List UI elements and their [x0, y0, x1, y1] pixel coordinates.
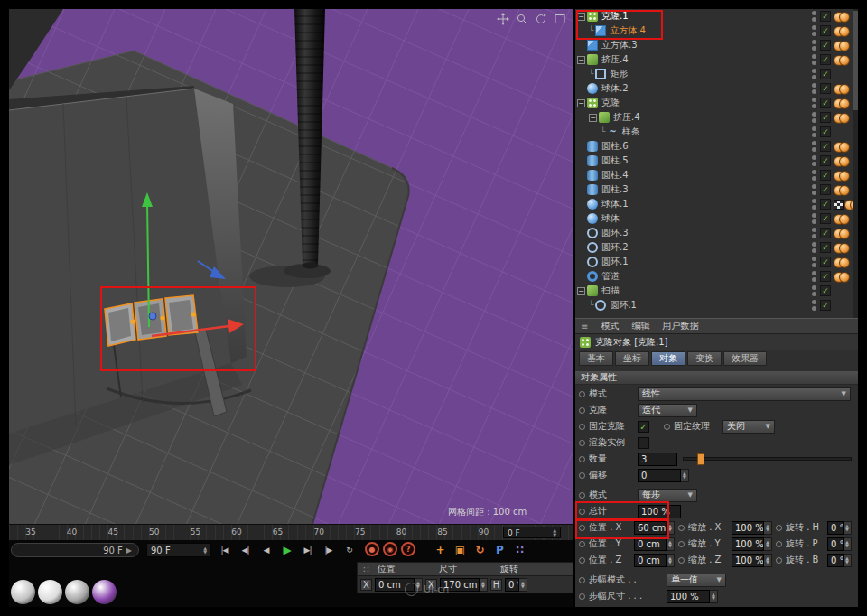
object-row[interactable]: 球体.2✓ [575, 81, 858, 96]
material-tag-icon[interactable] [834, 41, 848, 51]
anim-dot-icon[interactable] [579, 440, 585, 446]
stepper-icon[interactable]: ▲▼ [764, 554, 772, 567]
material-tag-icon[interactable] [834, 12, 848, 22]
stepper-icon[interactable]: ▲▼ [519, 578, 527, 592]
autokey-button[interactable]: ◉ [383, 542, 397, 556]
count-slider[interactable] [683, 457, 852, 461]
position-z-field[interactable]: 0 cm [634, 554, 667, 567]
menu-icon[interactable]: ≡ [581, 322, 588, 331]
scrollbar-thumb[interactable] [853, 11, 858, 110]
visibility-dots[interactable] [811, 155, 817, 166]
texture-tag-icon[interactable] [834, 200, 844, 210]
scale-y-field[interactable]: 100 % [732, 537, 764, 551]
rotation-h-field[interactable]: 0 ° [827, 521, 844, 535]
visibility-dots[interactable] [811, 184, 817, 195]
material-tag-icon[interactable] [834, 55, 848, 65]
material-tag-icon[interactable] [834, 113, 848, 123]
anim-dot-icon[interactable] [579, 525, 585, 531]
visibility-dots[interactable] [811, 25, 817, 36]
object-row[interactable]: └矩形✓ [575, 67, 858, 81]
object-row[interactable]: 圆柱.5✓ [575, 154, 858, 168]
step-mode-dropdown[interactable]: 单一值▼ [667, 574, 726, 587]
visibility-dots[interactable] [811, 213, 817, 224]
expander-icon[interactable]: − [577, 13, 585, 21]
clones-dropdown[interactable]: 迭代▼ [638, 404, 697, 417]
anim-dot-icon[interactable] [776, 557, 782, 564]
enable-check[interactable]: ✓ [820, 98, 831, 108]
timeline-ruler[interactable]: 0 F ▲▼ 354045505560657075808590 [9, 524, 573, 540]
stepper-icon[interactable]: ▲▼ [203, 546, 207, 555]
slider-handle-icon[interactable] [697, 453, 704, 465]
visibility-dots[interactable] [811, 300, 817, 311]
expander-icon[interactable]: − [577, 56, 585, 64]
stepper-icon[interactable]: ▲▼ [667, 554, 675, 567]
enable-check[interactable]: ✓ [820, 83, 831, 94]
mode-dropdown[interactable]: 线性▼ [638, 387, 851, 401]
material-tag-icon[interactable] [834, 214, 848, 224]
stepper-icon[interactable]: ▲▼ [667, 521, 675, 535]
enable-check[interactable]: ✓ [820, 126, 831, 137]
anim-dot-icon[interactable] [678, 557, 685, 564]
material-tag-icon[interactable] [834, 257, 848, 267]
toggle-view-icon[interactable] [554, 13, 566, 25]
enable-check[interactable]: ✓ [820, 141, 831, 152]
count-field[interactable]: 3 [638, 453, 677, 466]
prev-key-button[interactable]: ◀| [236, 542, 255, 557]
tab-coordinates[interactable]: 坐标 [615, 351, 649, 366]
object-row[interactable]: 球体✓ [575, 211, 858, 226]
material-tag-icon[interactable] [834, 98, 848, 108]
object-row[interactable]: 圆环.2✓ [575, 240, 858, 255]
enable-check[interactable]: ✓ [820, 40, 831, 51]
visibility-dots[interactable] [811, 83, 817, 94]
visibility-dots[interactable] [811, 271, 817, 282]
material-manager[interactable] [11, 580, 128, 607]
enable-check[interactable]: ✓ [820, 300, 831, 311]
object-row[interactable]: 立方体.3✓ [575, 38, 858, 52]
object-row[interactable]: −克隆✓ [575, 96, 858, 110]
enable-check[interactable]: ✓ [820, 11, 831, 22]
material-tag-icon[interactable] [834, 142, 848, 152]
enable-check[interactable]: ✓ [820, 271, 831, 282]
anim-dot-icon[interactable] [579, 541, 585, 547]
anim-dot-icon[interactable] [579, 456, 585, 462]
stepper-icon[interactable]: ▲▼ [553, 528, 556, 537]
enable-check[interactable]: ✓ [820, 257, 831, 267]
menu-mode[interactable]: 模式 [601, 320, 619, 332]
enable-check[interactable]: ✓ [820, 25, 831, 36]
tab-object[interactable]: 对象 [651, 351, 685, 366]
object-row[interactable]: └圆环.1✓ [575, 298, 858, 313]
stepper-icon[interactable]: ▲▼ [844, 537, 852, 551]
object-row[interactable]: 圆柱.6✓ [575, 139, 858, 154]
prev-frame-button[interactable]: ◀ [256, 542, 275, 557]
goto-start-button[interactable]: |◀ [215, 542, 234, 557]
visibility-dots[interactable] [811, 242, 817, 253]
stepper-icon[interactable]: ▲▼ [764, 537, 772, 551]
stepper-icon[interactable]: ▲▼ [480, 578, 488, 592]
anim-dot-icon[interactable] [664, 424, 670, 430]
menu-edit[interactable]: 编辑 [631, 320, 649, 332]
object-row[interactable]: 圆环.1✓ [575, 255, 858, 269]
step-mode-top-dropdown[interactable]: 每步▼ [638, 489, 697, 502]
stepper-icon[interactable]: ▲▼ [710, 590, 718, 603]
center-handle[interactable] [149, 313, 156, 320]
scale-z-field[interactable]: 100 % [732, 554, 764, 567]
scale-x-field[interactable]: 100 % [732, 521, 764, 535]
enable-check[interactable]: ✓ [820, 170, 831, 181]
position-x-field[interactable]: 60 cm [634, 521, 667, 535]
material-tag-icon[interactable] [834, 156, 848, 166]
position-y-field[interactable]: 0 cm [634, 537, 667, 551]
visibility-dots[interactable] [811, 11, 817, 22]
object-row[interactable]: 管道✓ [575, 269, 858, 284]
stepper-icon[interactable]: ▲▼ [764, 521, 772, 535]
rotate-view-icon[interactable] [535, 13, 547, 25]
record-rotation-toggle[interactable]: ↻ [471, 542, 489, 557]
visibility-dots[interactable] [811, 54, 817, 65]
visibility-dots[interactable] [811, 257, 817, 267]
visibility-dots[interactable] [811, 228, 817, 238]
anim-dot-icon[interactable] [579, 407, 585, 414]
anim-dot-icon[interactable] [678, 541, 685, 547]
object-row[interactable]: └~样条✓ [575, 125, 858, 139]
enable-check[interactable]: ✓ [820, 242, 831, 253]
visibility-dots[interactable] [811, 40, 817, 51]
anim-dot-icon[interactable] [579, 472, 585, 479]
